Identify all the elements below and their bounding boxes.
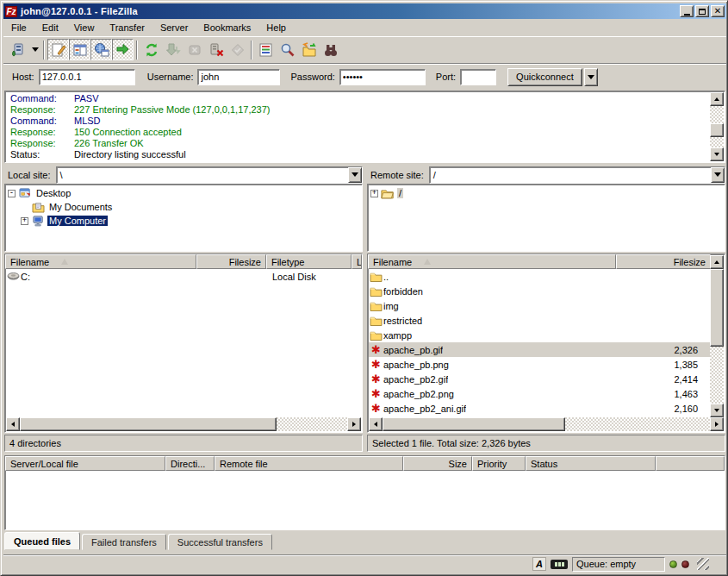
site-manager-dropdown-button[interactable] <box>29 39 40 60</box>
tab-failed-transfers[interactable]: Failed transfers <box>82 534 166 550</box>
triangle-down-icon <box>714 409 719 412</box>
sync-browsing-icon <box>302 42 317 58</box>
remote-file-row[interactable]: img <box>369 298 710 313</box>
compare-button[interactable] <box>320 39 341 60</box>
column-header-filename[interactable]: Filename <box>368 254 616 269</box>
tree-item-my-computer[interactable]: + My Computer <box>18 214 362 228</box>
column-header-filesize[interactable]: Filesize <box>196 254 266 269</box>
refresh-icon <box>144 42 159 58</box>
remote-horizontal-scrollbar[interactable] <box>369 417 724 431</box>
quickconnect-button[interactable]: Quickconnect <box>507 68 582 86</box>
site-manager-button[interactable] <box>8 39 29 60</box>
reconnect-button[interactable] <box>227 39 248 60</box>
scroll-up-button[interactable] <box>710 92 724 106</box>
queue-list-empty[interactable] <box>6 471 724 529</box>
scroll-left-button[interactable] <box>369 417 383 431</box>
toolbar <box>3 36 726 62</box>
remote-file-row[interactable]: ✱ apache_pb.png 1,385 <box>369 357 710 372</box>
minimize-button[interactable] <box>680 5 694 17</box>
local-horizontal-scrollbar[interactable] <box>6 417 361 431</box>
remote-file-row[interactable]: forbidden <box>369 284 710 298</box>
filter-button[interactable] <box>255 39 277 60</box>
column-header-status[interactable]: Status <box>526 456 656 471</box>
queue-header: Server/Local file Directi... Remote file… <box>5 456 725 471</box>
menu-bookmarks[interactable]: Bookmarks <box>196 21 258 34</box>
expand-icon[interactable]: + <box>370 190 378 197</box>
folder-icon <box>369 286 383 297</box>
folder-icon <box>369 272 383 282</box>
remote-file-row-selected[interactable]: ✱ apache_pb.gif 2,326 <box>369 342 710 357</box>
column-header-last-modified[interactable]: L <box>352 254 362 269</box>
log-label: Command: <box>10 116 74 127</box>
local-site-value: \ <box>60 170 63 180</box>
remote-file-row[interactable]: xampp <box>369 328 710 342</box>
log-text: Directory listing successful <box>74 149 186 160</box>
toggle-remote-tree-button[interactable] <box>90 39 112 60</box>
host-input[interactable] <box>39 69 135 85</box>
toggle-queue-button[interactable] <box>112 39 134 60</box>
tab-successful-transfers[interactable]: Successful transfers <box>168 534 272 550</box>
remote-file-row[interactable]: restricted <box>369 313 710 328</box>
remote-site-combo[interactable]: / <box>429 166 725 184</box>
column-header-filesize[interactable]: Filesize <box>616 254 711 269</box>
tree-item-my-documents[interactable]: My Documents <box>18 200 362 214</box>
scrollbar-track[interactable] <box>277 417 347 431</box>
menu-view[interactable]: View <box>66 21 103 34</box>
process-queue-button[interactable] <box>162 39 184 60</box>
password-input[interactable] <box>339 69 426 85</box>
maximize-button[interactable] <box>695 5 709 17</box>
scrollbar-thumb[interactable] <box>710 123 724 137</box>
quickconnect-dropdown-button[interactable] <box>584 68 598 86</box>
scroll-left-button[interactable] <box>6 417 20 431</box>
username-input[interactable] <box>197 69 280 85</box>
scroll-down-button[interactable] <box>710 147 724 161</box>
column-header-size[interactable]: Size <box>403 456 472 471</box>
toggle-log-button[interactable] <box>47 39 69 60</box>
refresh-button[interactable] <box>140 39 162 60</box>
scrollbar-thumb[interactable] <box>710 269 724 347</box>
remote-site-dropdown-button[interactable] <box>711 167 725 183</box>
search-button[interactable] <box>277 39 298 60</box>
menu-edit[interactable]: Edit <box>34 21 66 34</box>
activity-led-red <box>681 560 689 568</box>
local-site-combo[interactable]: \ <box>56 166 363 184</box>
column-header-server-local-file[interactable]: Server/Local file <box>5 456 165 471</box>
column-header-filetype[interactable]: Filetype <box>266 254 352 269</box>
menu-transfer[interactable]: Transfer <box>102 21 152 34</box>
scrollbar-thumb[interactable] <box>383 417 565 431</box>
tree-item-desktop[interactable]: - Desktop <box>5 186 362 200</box>
scrollbar-thumb[interactable] <box>20 417 277 431</box>
remote-vertical-scrollbar[interactable] <box>710 255 724 417</box>
tab-queued-files[interactable]: Queued files <box>4 532 80 550</box>
column-header-filename[interactable]: Filename <box>5 254 196 269</box>
menu-server[interactable]: Server <box>152 21 196 34</box>
close-button[interactable]: ✕ <box>711 5 725 17</box>
remote-file-row[interactable]: .. <box>369 269 710 284</box>
sync-browsing-button[interactable] <box>298 39 320 60</box>
column-header-remote-file[interactable]: Remote file <box>215 456 403 471</box>
scrollbar-track[interactable] <box>565 417 710 431</box>
column-header-direction[interactable]: Directi... <box>165 456 215 471</box>
expand-icon[interactable]: + <box>21 217 28 225</box>
local-file-row[interactable]: C: Local Disk <box>6 269 361 284</box>
file-size: 2,160 <box>674 404 710 414</box>
scroll-right-button[interactable] <box>710 417 724 431</box>
remote-file-row[interactable]: ✱ apache_pb2.png 1,463 <box>369 386 710 401</box>
toggle-local-tree-button[interactable] <box>69 39 90 60</box>
cancel-button[interactable] <box>184 39 205 60</box>
disconnect-button[interactable] <box>205 39 227 60</box>
scroll-right-button[interactable] <box>347 417 361 431</box>
collapse-icon[interactable]: - <box>8 190 16 197</box>
port-input[interactable] <box>460 69 496 85</box>
remote-file-row[interactable]: ✱ apache_pb2_ani.gif 2,160 <box>369 401 710 416</box>
scroll-up-button[interactable] <box>710 255 724 269</box>
resize-grip[interactable] <box>697 558 709 570</box>
column-header-priority[interactable]: Priority <box>472 456 526 471</box>
local-site-dropdown-button[interactable] <box>348 167 362 183</box>
remote-file-row[interactable]: ✱ apache_pb2.gif 2,414 <box>369 372 710 386</box>
menu-help[interactable]: Help <box>258 21 294 34</box>
tree-item-root[interactable]: + / <box>368 186 725 200</box>
scroll-down-button[interactable] <box>710 404 724 417</box>
log-scrollbar[interactable] <box>710 92 724 161</box>
menu-file[interactable]: File <box>3 21 34 34</box>
